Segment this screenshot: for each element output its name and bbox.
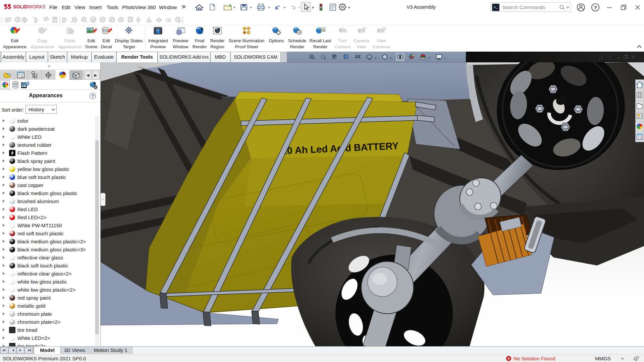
svg-text:SOLIDWORKS: SOLIDWORKS <box>13 4 45 9</box>
svg-text:?: ? <box>92 94 94 99</box>
svg-text:?: ? <box>594 5 597 10</box>
